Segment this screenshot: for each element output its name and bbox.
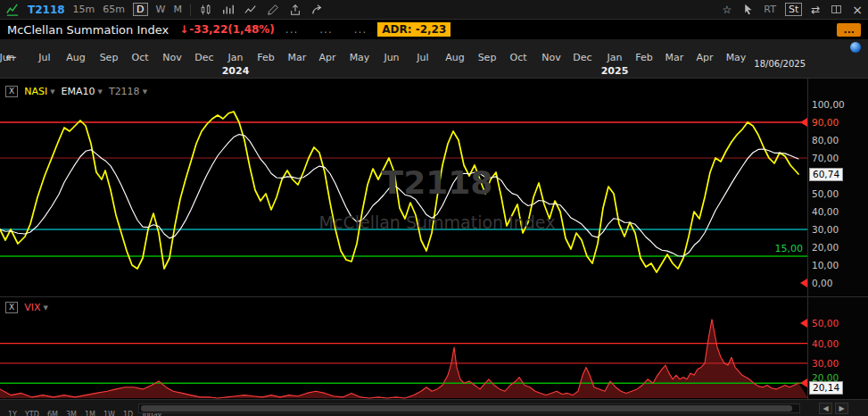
axis-tick: 10,00	[812, 259, 839, 271]
vix-chart-svg	[0, 297, 808, 399]
month-label: Mar	[665, 52, 684, 63]
st-button[interactable]: St	[785, 3, 802, 16]
axis-tick: 40,00	[812, 337, 839, 350]
forward-arrow-icon[interactable]	[310, 3, 325, 17]
pane-close-button[interactable]: X	[5, 86, 18, 97]
year-label: 2025	[601, 65, 629, 77]
range-button-6m[interactable]: 6M	[47, 411, 58, 416]
month-label: Aug	[66, 52, 85, 63]
share-icon[interactable]	[288, 3, 302, 17]
time-axis[interactable]: ← 18/06/2025 JunJulAugSepOctNovDecJanFeb…	[0, 39, 868, 79]
axis-tick: 80,00	[812, 134, 839, 146]
charting-app: T2118 15m65mDWM ☆ RT St ⇄	[0, 0, 868, 416]
price-marker-icon	[800, 118, 807, 127]
legend-item-ema10[interactable]: EMA10▼	[62, 86, 103, 97]
down-arrow-icon: ↓	[179, 23, 188, 36]
range-button-1y[interactable]: 1Y	[8, 411, 17, 416]
month-label: Sep	[100, 52, 119, 63]
range-button-1w[interactable]: 1W	[103, 411, 115, 416]
timeframe-group: 15m65mDWM	[73, 3, 182, 16]
horizontal-scrollbar[interactable]	[138, 404, 800, 413]
legend-label: NASI	[24, 86, 47, 97]
scrollbar-thumb[interactable]	[141, 405, 792, 412]
main-chart-panel: T2118 McClellan Summation Index XNASI▼EM…	[0, 79, 868, 296]
timeframe-d[interactable]: D	[133, 3, 147, 16]
legend-item-vix[interactable]: VIX▼	[24, 302, 48, 313]
month-label: Nov	[541, 52, 560, 63]
indicator-dots-group: .........	[285, 23, 367, 36]
star-icon[interactable]: ☆	[723, 4, 732, 15]
month-label: Jan	[228, 52, 244, 63]
month-label: Jun	[0, 52, 15, 63]
toolbar-right-group: ☆ RT St ⇄ ×	[723, 3, 863, 17]
price-marker-icon	[800, 279, 807, 287]
main-y-axis[interactable]: 60,74 100,0090,0080,0070,0050,0040,0030,…	[808, 79, 868, 296]
price-marker-icon	[800, 379, 807, 387]
chevron-down-icon: ▼	[43, 304, 47, 312]
rt-label[interactable]: RT	[764, 4, 776, 15]
legend-item-t2118[interactable]: T2118▼	[109, 86, 147, 97]
vix-plot-area[interactable]: XVIX▼	[0, 297, 808, 399]
legend-item-nasi[interactable]: NASI▼	[24, 86, 54, 97]
pointer-icon[interactable]	[740, 3, 755, 17]
globe-icon[interactable]	[850, 42, 861, 53]
indicator-dots[interactable]: ...	[354, 23, 367, 36]
month-label: Oct	[509, 52, 526, 63]
scroll-left-button[interactable]: ◀	[819, 403, 832, 414]
adr-badge: ADR: -2,23	[377, 22, 451, 37]
indicator-dots[interactable]: ...	[319, 23, 332, 36]
change-value: ↓ -33,22(1,48%)	[179, 23, 275, 36]
chevron-down-icon: ▼	[98, 88, 103, 96]
axis-tick: 30,00	[812, 357, 839, 370]
chart-title: McClellan Summation Index	[7, 23, 169, 37]
month-label: Jan	[608, 52, 623, 63]
vix-legend: XVIX▼	[5, 302, 48, 313]
indicators-icon[interactable]	[244, 3, 258, 17]
axis-tick: 70,00	[812, 152, 839, 164]
month-label: Sep	[478, 52, 497, 63]
year-label: 2024	[222, 65, 250, 77]
last-value-box: 60,74	[809, 168, 843, 181]
symbol-label[interactable]: T2118	[28, 4, 65, 16]
range-button-3m[interactable]: 3M	[66, 411, 77, 416]
change-text: -33,22(1,48%)	[189, 23, 275, 36]
vix-y-axis[interactable]: 20,14 50,0040,0030,0020,00	[808, 297, 868, 399]
bar-chart-icon[interactable]	[221, 3, 236, 17]
app-chart-icon	[5, 3, 20, 17]
timeframe-15m[interactable]: 15m	[73, 4, 95, 15]
scroll-right-button[interactable]: ▶	[835, 403, 848, 414]
more-button[interactable]: ...	[837, 23, 861, 37]
month-label: Aug	[445, 52, 464, 63]
legend-label: T2118	[109, 86, 140, 97]
month-label: Jul	[417, 52, 428, 63]
month-label: Feb	[635, 52, 652, 63]
candlestick-icon[interactable]	[199, 3, 213, 17]
range-button-ytd[interactable]: YTD	[25, 411, 39, 416]
vix-chart-panel: XVIX▼ 20,14 50,0040,0030,0020,00	[0, 296, 868, 399]
green-line-label: 15,00	[775, 243, 804, 254]
toolbar-separator	[190, 4, 191, 16]
indicator-dots[interactable]: ...	[285, 23, 298, 36]
month-label: Apr	[696, 52, 713, 63]
layout-icon[interactable]	[829, 3, 843, 17]
pencil-icon[interactable]	[266, 3, 280, 17]
watermark-title: McClellan Summation Index	[319, 212, 556, 232]
main-plot-area[interactable]: T2118 McClellan Summation Index XNASI▼EM…	[0, 79, 808, 296]
month-label: Mar	[288, 52, 307, 63]
month-label: Dec	[573, 52, 591, 63]
timeframe-m[interactable]: M	[173, 4, 182, 15]
month-label: May	[350, 52, 370, 63]
legend-label: VIX	[24, 302, 40, 313]
range-button-1m[interactable]: 1M	[85, 411, 95, 416]
range-button-1d[interactable]: 1D	[123, 411, 133, 416]
timeframe-w[interactable]: W	[156, 4, 166, 15]
axis-tick: 20,00	[812, 371, 839, 384]
bottom-bar: 1YYTD6M3M1M1W1DToday ◀ ▶	[0, 399, 868, 416]
timeframe-65m[interactable]: 65m	[103, 4, 125, 15]
chevron-down-icon: ▼	[50, 88, 54, 96]
legend-label: EMA10	[62, 86, 95, 97]
close-icon[interactable]: ×	[852, 4, 863, 16]
last-date-label: 18/06/2025	[754, 59, 806, 69]
swap-arrows-icon[interactable]: ⇄	[811, 4, 820, 15]
pane-close-button[interactable]: X	[5, 302, 18, 313]
